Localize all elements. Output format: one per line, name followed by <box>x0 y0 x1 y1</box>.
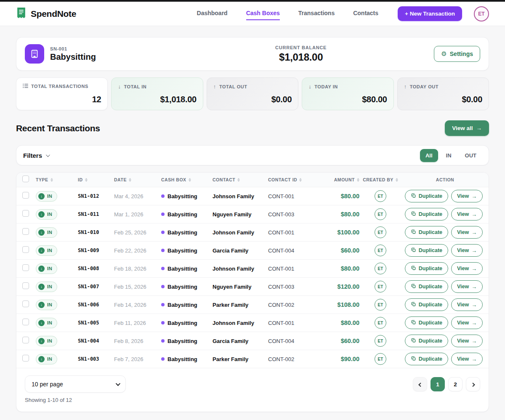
transaction-date: Feb 18, 2026 <box>114 266 161 272</box>
select-all-checkbox[interactable] <box>22 175 29 182</box>
sort-icon <box>396 177 398 183</box>
duplicate-button[interactable]: Duplicate <box>405 335 448 347</box>
view-button[interactable]: View → <box>451 353 483 365</box>
filters-bar: Filters All IN OUT <box>16 145 489 165</box>
view-button[interactable]: View → <box>451 280 483 293</box>
transaction-date: Feb 14, 2026 <box>114 302 161 308</box>
column-header-amount[interactable]: AMOUNT <box>319 177 359 183</box>
cashbox-cell: Babysitting <box>161 302 213 308</box>
arrow-up-icon: ↑ <box>213 83 216 90</box>
row-checkbox[interactable] <box>22 246 29 253</box>
column-header-id[interactable]: ID <box>78 177 114 183</box>
row-checkbox[interactable] <box>22 355 29 362</box>
page-title: Recent Transactions <box>16 123 100 133</box>
duplicate-button[interactable]: Duplicate <box>405 190 448 202</box>
row-checkbox[interactable] <box>22 264 29 271</box>
view-all-button[interactable]: View all → <box>445 120 489 136</box>
copy-icon <box>411 338 416 344</box>
arrow-right-icon: → <box>471 266 477 272</box>
copy-icon <box>411 319 416 326</box>
settings-button[interactable]: ⚙ Settings <box>434 46 480 62</box>
row-checkbox[interactable] <box>22 282 29 289</box>
table-row: ↓IN SN1-005 Feb 11, 2026 Babysitting Joh… <box>16 314 489 332</box>
showing-status: Showing 1-10 of 12 <box>25 397 126 403</box>
view-button[interactable]: View → <box>451 335 483 347</box>
action-cell: Duplicate View → <box>401 262 489 275</box>
user-avatar[interactable]: ET <box>474 6 489 21</box>
view-button[interactable]: View → <box>451 262 483 275</box>
stat-today-in: ↓TODAY IN $80.00 <box>302 77 393 110</box>
tab-all[interactable]: All <box>420 149 438 162</box>
duplicate-button[interactable]: Duplicate <box>405 262 448 275</box>
nav-dashboard[interactable]: Dashboard <box>197 7 228 20</box>
duplicate-button[interactable]: Duplicate <box>405 316 448 329</box>
stat-today-out: ↑TODAY OUT $0.00 <box>397 77 489 110</box>
arrow-right-icon: → <box>471 302 477 308</box>
column-header-contact[interactable]: CONTACT <box>213 177 268 183</box>
view-button[interactable]: View → <box>451 298 483 311</box>
column-header-created-by[interactable]: CREATED BY <box>359 177 401 183</box>
type-badge-in: ↓IN <box>36 245 57 256</box>
stat-value: $0.00 <box>213 95 292 104</box>
page-2-button[interactable]: 2 <box>448 377 462 391</box>
contact-id-cell: CONT-001 <box>268 320 319 326</box>
duplicate-button[interactable]: Duplicate <box>405 298 448 311</box>
row-checkbox[interactable] <box>22 192 29 199</box>
arrow-right-icon: → <box>471 211 477 218</box>
arrow-right-icon: → <box>471 356 477 362</box>
arrow-right-icon: → <box>471 193 477 199</box>
view-button[interactable]: View → <box>451 244 483 257</box>
transaction-id: SN1-009 <box>78 247 114 253</box>
nav-contacts[interactable]: Contacts <box>353 7 378 20</box>
prev-page-button[interactable] <box>413 377 427 391</box>
new-transaction-button[interactable]: + New Transaction <box>398 6 462 21</box>
stat-value: $1,018.00 <box>118 95 196 104</box>
filter-tabs: All IN OUT <box>420 149 482 162</box>
duplicate-button[interactable]: Duplicate <box>405 208 448 221</box>
transaction-id: SN1-006 <box>78 302 114 308</box>
action-cell: Duplicate View → <box>401 316 489 329</box>
view-button[interactable]: View → <box>451 208 483 221</box>
column-header-contact-id[interactable]: CONTACT ID <box>268 177 319 183</box>
view-button[interactable]: View → <box>451 190 483 202</box>
next-page-button[interactable] <box>466 377 480 391</box>
brand[interactable]: SpendNote <box>16 7 76 21</box>
sort-icon <box>85 177 88 183</box>
app-header: SpendNote Dashboard Cash Boxes Transacti… <box>0 2 505 26</box>
cashbox-dot-icon <box>161 194 165 198</box>
row-checkbox[interactable] <box>22 228 29 235</box>
duplicate-button[interactable]: Duplicate <box>405 353 448 365</box>
arrow-down-circle-icon: ↓ <box>38 320 45 326</box>
nav-transactions[interactable]: Transactions <box>298 7 335 20</box>
row-checkbox[interactable] <box>22 210 29 217</box>
filters-toggle[interactable]: Filters <box>23 152 49 159</box>
cashbox-cell: Babysitting <box>161 356 213 362</box>
stat-total-out: ↑TOTAL OUT $0.00 <box>207 77 298 110</box>
view-button[interactable]: View → <box>451 316 483 329</box>
table-row: ↓IN SN1-011 Mar 1, 2026 Babysitting Nguy… <box>16 205 489 223</box>
cashbox-dot-icon <box>161 213 165 216</box>
tab-out[interactable]: OUT <box>460 149 482 162</box>
created-by-badge: ET <box>375 299 386 311</box>
column-header-type[interactable]: TYPE <box>36 177 78 183</box>
table-row: ↓IN SN1-004 Feb 8, 2026 Babysitting Garc… <box>16 332 489 350</box>
column-header-cashbox[interactable]: CASH BOX <box>161 177 213 183</box>
duplicate-button[interactable]: Duplicate <box>405 226 448 239</box>
nav-cash-boxes[interactable]: Cash Boxes <box>246 7 280 20</box>
page-1-button[interactable]: 1 <box>431 377 445 391</box>
per-page-select[interactable]: 10 per page <box>25 375 126 393</box>
transaction-date: Mar 4, 2026 <box>114 193 161 199</box>
building-icon <box>25 44 44 64</box>
tab-in[interactable]: IN <box>441 149 457 162</box>
duplicate-button[interactable]: Duplicate <box>405 244 448 257</box>
duplicate-button[interactable]: Duplicate <box>405 280 448 293</box>
contact-cell: Johnson Family <box>213 193 268 199</box>
contact-cell: Parker Family <box>213 302 268 308</box>
row-checkbox[interactable] <box>22 300 29 307</box>
row-checkbox[interactable] <box>22 337 29 343</box>
row-checkbox[interactable] <box>22 319 29 325</box>
view-button[interactable]: View → <box>451 226 483 239</box>
table-row: ↓IN SN1-003 Feb 7, 2026 Babysitting Park… <box>16 350 489 368</box>
cashbox-cell: Babysitting <box>161 338 213 344</box>
column-header-date[interactable]: DATE <box>114 177 161 183</box>
